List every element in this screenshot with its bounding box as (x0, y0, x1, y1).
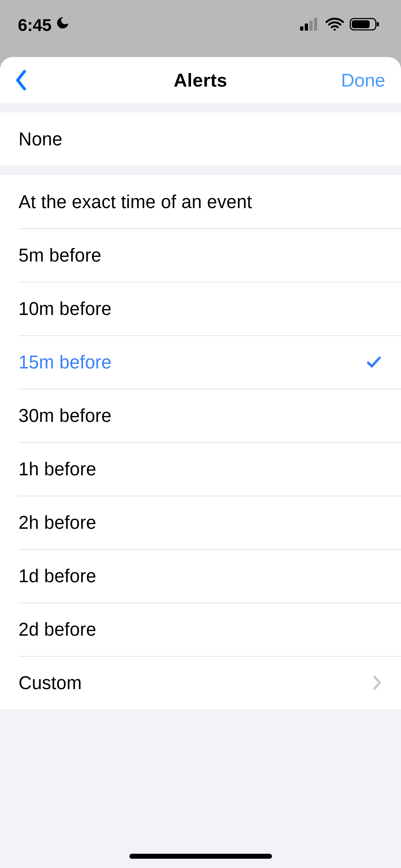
cellular-icon (300, 18, 320, 32)
modal-sheet: Alerts Done None At the exact time of an… (0, 57, 401, 868)
do-not-disturb-icon (55, 15, 70, 35)
alert-option-label: None (19, 129, 62, 150)
list-group-none: None (0, 112, 401, 166)
back-button[interactable] (14, 69, 29, 91)
battery-icon (350, 17, 380, 32)
alert-option-label: 2d before (19, 619, 96, 640)
wifi-icon (325, 17, 344, 32)
chevron-right-icon (372, 675, 382, 691)
home-indicator[interactable] (129, 854, 272, 859)
alert-option-label: 5m before (19, 245, 101, 266)
list-group-options: At the exact time of an event5m before10… (0, 175, 401, 710)
alert-option-1h[interactable]: 1h before (0, 442, 401, 496)
alert-option-2d[interactable]: 2d before (0, 603, 401, 656)
alert-option-30m[interactable]: 30m before (0, 389, 401, 442)
alert-option-none[interactable]: None (0, 112, 401, 166)
alert-option-label: Custom (19, 672, 82, 693)
alert-option-2h[interactable]: 2h before (0, 496, 401, 549)
alert-option-label: 10m before (19, 298, 112, 319)
status-left: 6:45 (18, 15, 70, 35)
alert-option-label: 30m before (19, 405, 112, 426)
alert-option-label: 2h before (19, 512, 96, 533)
status-time: 6:45 (18, 15, 51, 35)
alert-option-label: At the exact time of an event (19, 191, 252, 212)
svg-rect-3 (314, 18, 317, 31)
alert-option-1d[interactable]: 1d before (0, 549, 401, 603)
alert-option-exact[interactable]: At the exact time of an event (0, 175, 401, 228)
svg-rect-5 (352, 20, 370, 28)
checkmark-icon (365, 353, 382, 371)
alert-option-15m[interactable]: 15m before (0, 335, 401, 389)
alert-option-label: 15m before (19, 352, 112, 373)
alert-option-10m[interactable]: 10m before (0, 282, 401, 335)
alert-option-custom[interactable]: Custom (0, 656, 401, 709)
svg-rect-2 (309, 21, 313, 31)
alert-option-5m[interactable]: 5m before (0, 228, 401, 282)
alert-option-label: 1h before (19, 459, 96, 480)
page-title: Alerts (174, 69, 227, 91)
content: None At the exact time of an event5m bef… (0, 112, 401, 710)
chevron-left-icon (14, 69, 29, 91)
status-bar: 6:45 (0, 0, 401, 50)
done-button[interactable]: Done (341, 69, 385, 91)
navbar: Alerts Done (0, 57, 401, 103)
alert-option-label: 1d before (19, 565, 96, 587)
status-right (300, 17, 380, 32)
svg-rect-0 (300, 26, 303, 31)
svg-rect-1 (305, 24, 308, 31)
svg-rect-6 (377, 22, 379, 26)
